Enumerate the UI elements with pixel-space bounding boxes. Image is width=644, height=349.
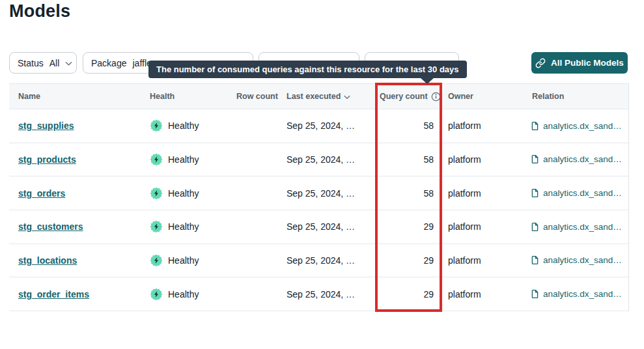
- column-header-health[interactable]: Health: [150, 92, 231, 101]
- table-row: stg_order_items Healthy Sep 25, 2024, … …: [9, 277, 628, 311]
- all-public-models-label: All Public Models: [551, 58, 624, 68]
- relation-link[interactable]: analytics.dx_sand…: [543, 222, 622, 232]
- document-icon: [530, 121, 540, 131]
- model-name-link[interactable]: stg_products: [18, 154, 76, 165]
- all-public-models-button[interactable]: All Public Models: [531, 52, 628, 74]
- relation-link[interactable]: analytics.dx_sand…: [543, 188, 622, 198]
- healthy-badge-icon: [150, 288, 163, 301]
- table-row: stg_supplies Healthy Sep 25, 2024, … 58 …: [9, 109, 628, 143]
- last-executed-cell: Sep 25, 2024, …: [287, 221, 375, 232]
- health-status-label: Healthy: [168, 255, 199, 266]
- sort-chevron-icon: [344, 95, 350, 100]
- page-title: Models: [9, 1, 70, 21]
- table-header-row: Name Health Row count Last executed Quer…: [9, 83, 628, 109]
- model-name-link[interactable]: stg_customers: [18, 221, 83, 232]
- chevron-down-icon: [65, 61, 72, 66]
- model-name-link[interactable]: stg_order_items: [18, 289, 89, 300]
- column-header-last-executed[interactable]: Last executed: [287, 92, 375, 101]
- column-header-query-count[interactable]: Query count: [375, 91, 442, 102]
- healthy-badge-icon: [150, 187, 163, 200]
- document-icon: [530, 222, 540, 232]
- model-name-link[interactable]: stg_orders: [18, 188, 65, 199]
- healthy-badge-icon: [150, 254, 163, 267]
- document-icon: [530, 154, 540, 164]
- tooltip-arrow: [420, 77, 434, 84]
- query-count-cell: 58: [375, 154, 442, 165]
- query-count-cell: 58: [375, 120, 442, 131]
- owner-cell: platform: [442, 289, 529, 300]
- relation-link[interactable]: analytics.dx_sand…: [543, 154, 622, 164]
- status-filter-label: Status: [18, 58, 44, 68]
- column-header-last-executed-label: Last executed: [287, 92, 341, 101]
- last-executed-cell: Sep 25, 2024, …: [287, 120, 375, 131]
- healthy-badge-icon: [150, 119, 163, 132]
- query-count-tooltip: The number of consumed queries against t…: [148, 61, 467, 78]
- document-icon: [530, 255, 540, 265]
- column-header-owner[interactable]: Owner: [442, 92, 529, 101]
- owner-cell: platform: [442, 154, 529, 165]
- last-executed-cell: Sep 25, 2024, …: [287, 289, 375, 300]
- owner-cell: platform: [442, 255, 529, 266]
- health-status-label: Healthy: [168, 154, 199, 165]
- healthy-badge-icon: [150, 153, 163, 166]
- relation-link[interactable]: analytics.dx_sand…: [543, 121, 622, 131]
- health-status-label: Healthy: [168, 188, 199, 199]
- table-row: stg_customers Healthy Sep 25, 2024, … 29…: [9, 210, 628, 244]
- table-row: stg_orders Healthy Sep 25, 2024, … 58 pl…: [9, 176, 628, 210]
- package-filter-label: Package: [91, 58, 126, 68]
- model-name-link[interactable]: stg_locations: [18, 255, 77, 266]
- relation-link[interactable]: analytics.dx_sand…: [543, 255, 622, 265]
- model-name-link[interactable]: stg_supplies: [18, 120, 74, 131]
- column-header-row-count[interactable]: Row count: [231, 92, 287, 101]
- link-icon: [535, 58, 546, 68]
- owner-cell: platform: [442, 221, 529, 232]
- query-count-cell: 29: [375, 221, 442, 232]
- last-executed-cell: Sep 25, 2024, …: [287, 255, 375, 266]
- query-count-cell: 29: [375, 255, 442, 266]
- table-row: stg_locations Healthy Sep 25, 2024, … 29…: [9, 244, 628, 278]
- relation-link[interactable]: analytics.dx_sand…: [543, 289, 622, 299]
- status-filter-value: All: [49, 58, 60, 68]
- column-header-relation[interactable]: Relation: [529, 92, 629, 101]
- query-count-cell: 29: [375, 289, 442, 300]
- info-icon[interactable]: [431, 92, 441, 102]
- document-icon: [530, 188, 540, 198]
- healthy-badge-icon: [150, 220, 163, 233]
- owner-cell: platform: [442, 188, 529, 199]
- health-status-label: Healthy: [168, 289, 199, 300]
- last-executed-cell: Sep 25, 2024, …: [287, 188, 375, 199]
- owner-cell: platform: [442, 120, 529, 131]
- query-count-cell: 58: [375, 188, 442, 199]
- status-filter-dropdown[interactable]: Status All: [9, 52, 77, 74]
- last-executed-cell: Sep 25, 2024, …: [287, 154, 375, 165]
- health-status-label: Healthy: [168, 221, 199, 232]
- column-header-name[interactable]: Name: [9, 92, 150, 101]
- document-icon: [530, 289, 540, 299]
- column-header-query-count-label: Query count: [380, 92, 428, 101]
- models-table: Name Health Row count Last executed Quer…: [9, 83, 629, 311]
- table-body: stg_supplies Healthy Sep 25, 2024, … 58 …: [9, 109, 628, 311]
- health-status-label: Healthy: [168, 120, 199, 131]
- table-row: stg_products Healthy Sep 25, 2024, … 58 …: [9, 143, 628, 177]
